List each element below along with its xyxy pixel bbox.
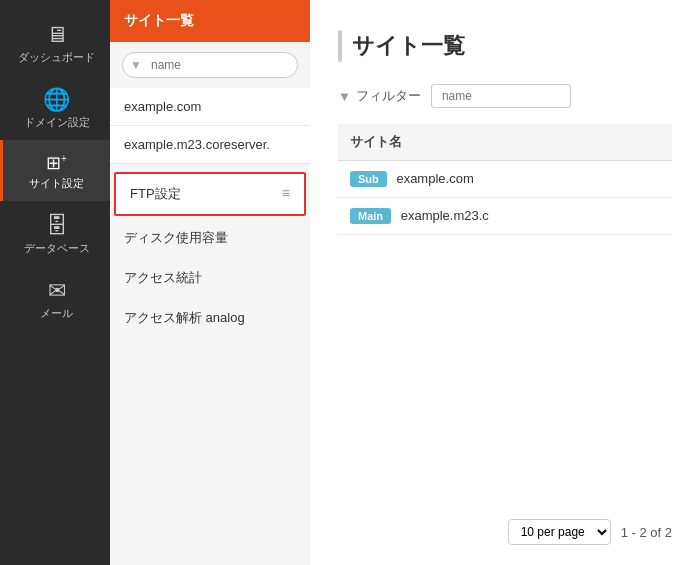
nav-item-site[interactable]: ⊞+ サイト設定 bbox=[0, 140, 110, 201]
nav-label-site: サイト設定 bbox=[29, 176, 84, 191]
site-name-0: example.com bbox=[396, 171, 473, 186]
filter-label-area: ▼ フィルター bbox=[338, 87, 421, 105]
nav-label-mail: メール bbox=[40, 306, 73, 321]
badge-main-1: Main bbox=[350, 208, 391, 224]
pagination-row: 10 per page 1 - 2 of 2 bbox=[338, 503, 672, 545]
middle-header-title: サイト一覧 bbox=[124, 12, 194, 28]
database-icon: 🗄 bbox=[46, 215, 68, 237]
nav-label-domain: ドメイン設定 bbox=[24, 115, 90, 130]
nav-label-database: データベース bbox=[24, 241, 90, 256]
middle-panel: サイト一覧 ▼ example.com example.m23.coreserv… bbox=[110, 0, 310, 565]
per-page-select[interactable]: 10 per page bbox=[508, 519, 611, 545]
filter-label-text: フィルター bbox=[356, 87, 421, 105]
page-title: サイト一覧 bbox=[352, 31, 465, 61]
filter-row: ▼ フィルター bbox=[338, 84, 672, 108]
domain-icon: 🌐 bbox=[43, 89, 70, 111]
page-title-area: サイト一覧 bbox=[338, 30, 672, 62]
sub-menu-disk[interactable]: ディスク使用容量 bbox=[110, 218, 310, 258]
middle-search-area: ▼ bbox=[110, 42, 310, 88]
table-cell-site-1: Main example.m23.c bbox=[338, 198, 672, 235]
filter-funnel-icon: ▼ bbox=[338, 89, 351, 104]
site-list-item-1[interactable]: example.m23.coreserver. bbox=[110, 126, 310, 164]
sub-menu-ftp[interactable]: FTP設定 ≡ bbox=[114, 172, 306, 216]
table-cell-site-0: Sub example.com bbox=[338, 161, 672, 198]
title-bar-decoration bbox=[338, 30, 342, 62]
table-row: Sub example.com bbox=[338, 161, 672, 198]
filter-icon: ▼ bbox=[130, 58, 142, 72]
sub-menu-access-stats[interactable]: アクセス統計 bbox=[110, 258, 310, 298]
nav-item-mail[interactable]: ✉ メール bbox=[0, 266, 110, 331]
site-table: サイト名 Sub example.com Main example.m23.c bbox=[338, 124, 672, 235]
table-row: Main example.m23.c bbox=[338, 198, 672, 235]
middle-search-input[interactable] bbox=[122, 52, 298, 78]
dashboard-icon: 🖥 bbox=[46, 24, 68, 46]
nav-item-domain[interactable]: 🌐 ドメイン設定 bbox=[0, 75, 110, 140]
mail-icon: ✉ bbox=[48, 280, 66, 302]
filter-input[interactable] bbox=[431, 84, 571, 108]
site-list-item-0[interactable]: example.com bbox=[110, 88, 310, 126]
page-info: 1 - 2 of 2 bbox=[621, 525, 672, 540]
site-icon: ⊞+ bbox=[46, 154, 67, 172]
nav-item-database[interactable]: 🗄 データベース bbox=[0, 201, 110, 266]
left-navigation: 🖥 ダッシュボード 🌐 ドメイン設定 ⊞+ サイト設定 🗄 データベース ✉ メ… bbox=[0, 0, 110, 565]
table-header-sitename: サイト名 bbox=[338, 124, 672, 161]
nav-item-dashboard[interactable]: 🖥 ダッシュボード bbox=[0, 10, 110, 75]
site-name-1: example.m23.c bbox=[401, 208, 489, 223]
middle-header: サイト一覧 bbox=[110, 0, 310, 42]
menu-icon: ≡ bbox=[282, 185, 290, 201]
badge-sub-0: Sub bbox=[350, 171, 387, 187]
sub-menu-access-analog[interactable]: アクセス解析 analog bbox=[110, 298, 310, 338]
sub-menu: FTP設定 ≡ ディスク使用容量 アクセス統計 アクセス解析 analog bbox=[110, 170, 310, 338]
nav-label-dashboard: ダッシュボード bbox=[18, 50, 95, 65]
right-panel: サイト一覧 ▼ フィルター サイト名 Sub example.com Main bbox=[310, 0, 700, 565]
